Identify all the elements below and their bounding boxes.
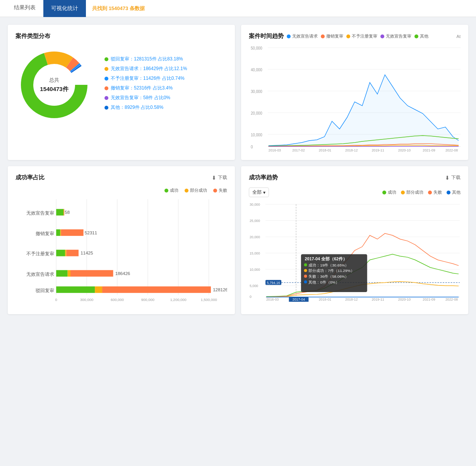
- success-dot-2: [428, 191, 432, 194]
- legend-item-2: 不予注册复审：11426件 占比0.74%: [104, 75, 227, 82]
- donut-section: 总共 1540473件 驳回复审：1281315件 占比83.18% 无效宣告请…: [15, 46, 227, 124]
- svg-text:40,000: 40,000: [251, 68, 262, 72]
- trend-dot-3: [380, 34, 384, 38]
- nav-info-prefix: 共找到: [92, 5, 107, 11]
- legend-text-2[interactable]: 不予注册复审：11426件 占比0.74%: [111, 75, 185, 82]
- svg-text:2017-04: 2017-04: [293, 297, 305, 301]
- success-trend-download-btn[interactable]: ⬇ 下载: [445, 174, 461, 181]
- svg-rect-54: [66, 250, 79, 256]
- svg-text:2018-12: 2018-12: [345, 297, 358, 301]
- svg-text:50,000: 50,000: [251, 46, 262, 50]
- trend-dropdown[interactable]: 全部 ▾: [249, 187, 269, 197]
- svg-text:2020-10: 2020-10: [398, 297, 411, 301]
- svg-text:2022-08: 2022-08: [445, 297, 458, 301]
- svg-text:0: 0: [251, 145, 253, 149]
- bar-legend-label-2: 失败: [219, 187, 227, 193]
- svg-text:5,000: 5,000: [250, 284, 258, 288]
- svg-rect-48: [56, 229, 60, 236]
- legend-text-0[interactable]: 驳回复审：1281315件 占比83.18%: [111, 56, 183, 62]
- top-navigation: 结果列表 可视化统计 共找到 1540473 条数据: [0, 0, 476, 17]
- svg-point-92: [304, 269, 307, 272]
- svg-text:0: 0: [55, 297, 57, 302]
- bar-card: 成功率占比 ⬇ 下载 成功 部分成功 失败: [8, 166, 235, 314]
- tab-results[interactable]: 结果列表: [6, 0, 43, 17]
- success-legend-label-3: 其他: [452, 189, 461, 195]
- success-trend-svg: 30,000 25,000 20,000 15,000 10,000 5,000…: [249, 201, 461, 302]
- success-legend-label-1: 部分成功: [406, 189, 423, 195]
- legend-dot-0: [104, 57, 108, 61]
- bar-chart: 无效宣告复审 撤销复审 不予注册复审 无效宣告请求 驳回复审 0 300,000…: [15, 198, 227, 306]
- legend-text-4[interactable]: 无效宣告复审：58件 占比0%: [111, 95, 170, 101]
- svg-text:52311: 52311: [85, 230, 97, 235]
- trend-dot-2: [346, 34, 350, 38]
- svg-text:2020-10: 2020-10: [398, 148, 411, 152]
- trend-title: 案件时间趋势: [249, 33, 284, 40]
- trend-legend-label-2: 不予注册复审: [352, 33, 377, 39]
- svg-text:驳回复审: 驳回复审: [36, 288, 54, 293]
- svg-text:300,000: 300,000: [80, 297, 93, 302]
- svg-text:成功：19件（30.65%）: 成功：19件（30.65%）: [308, 263, 349, 267]
- success-legend-0: 成功: [382, 189, 396, 195]
- donut-center: 总共 1540473件: [40, 76, 68, 94]
- success-legend-1: 部分成功: [401, 189, 423, 195]
- bar-legend: 成功 部分成功 失败: [15, 187, 227, 193]
- svg-text:2018-01: 2018-01: [319, 297, 331, 301]
- svg-point-94: [304, 275, 307, 278]
- bar-download-label: 下载: [218, 174, 227, 181]
- legend-item-3: 撤销复审：52316件 占比3.4%: [104, 85, 227, 91]
- success-trend-title: 成功率趋势: [249, 174, 278, 181]
- svg-text:20,000: 20,000: [251, 111, 262, 115]
- svg-text:10,000: 10,000: [250, 268, 260, 272]
- svg-text:11425: 11425: [80, 251, 93, 255]
- svg-rect-52: [56, 250, 65, 256]
- legend-item-0: 驳回复审：1281315件 占比83.18%: [104, 56, 227, 62]
- tab-visualization[interactable]: 可视化统计: [43, 0, 86, 17]
- trend-legend-label-0: 无效宣告请求: [292, 33, 318, 39]
- svg-text:失败：36件（58.06%）: 失败：36件（58.06%）: [308, 274, 349, 279]
- legend-dot-4: [104, 96, 108, 100]
- svg-rect-53: [65, 250, 66, 256]
- trend-controls: 全部 ▾ 成功 部分成功 失败 其他: [249, 187, 461, 197]
- trend-card: 案件时间趋势 无效宣告请求 撤销复审 不予注册复审 无效宣告复审 其他 At: [241, 25, 468, 160]
- svg-rect-60: [56, 286, 95, 293]
- svg-rect-58: [70, 270, 113, 277]
- bar-legend-0: 成功: [164, 187, 178, 193]
- legend-text-3[interactable]: 撤销复审：52316件 占比3.4%: [111, 85, 173, 91]
- svg-text:无效宣告复审: 无效宣告复审: [26, 210, 54, 215]
- svg-text:2018-01: 2018-01: [319, 148, 331, 152]
- dropdown-value: 全部: [252, 189, 262, 196]
- bar-legend-label-1: 部分成功: [190, 187, 207, 193]
- trend-legend-label-1: 撤销复审: [326, 33, 343, 39]
- success-trend-chart-area: 30,000 25,000 20,000 15,000 10,000 5,000…: [249, 201, 461, 302]
- bar-legend-1: 部分成功: [185, 187, 207, 193]
- svg-rect-49: [60, 229, 61, 236]
- trend-line-chart: 50,000 40,000 30,000 20,000 10,000 0 201…: [249, 44, 461, 152]
- svg-text:2021-09: 2021-09: [423, 297, 435, 301]
- nav-count: 1540473: [109, 5, 128, 11]
- trend-legend-4: 其他: [414, 33, 428, 39]
- success-trend-legend: 成功 部分成功 失败 其他: [382, 189, 461, 195]
- svg-text:20,000: 20,000: [250, 235, 260, 239]
- svg-rect-50: [61, 229, 84, 236]
- trend-legend-1: 撤销复审: [321, 33, 343, 39]
- donut-wrapper: 总共 1540473件: [15, 46, 93, 124]
- bar-download-btn[interactable]: ⬇ 下载: [212, 174, 227, 181]
- success-trend-header: 成功率趋势 ⬇ 下载: [249, 174, 461, 181]
- trend-legend-label-4: 其他: [420, 33, 428, 39]
- svg-text:1,500,000: 1,500,000: [201, 297, 217, 302]
- svg-text:1281267: 1281267: [213, 287, 227, 292]
- trend-legend-3: 无效宣告复审: [380, 33, 411, 39]
- nav-info: 共找到 1540473 条数据: [92, 5, 145, 12]
- svg-text:不予注册复审: 不予注册复审: [26, 251, 54, 256]
- svg-text:10,000: 10,000: [251, 133, 262, 137]
- trend-dot-1: [321, 34, 325, 38]
- success-dot-0: [382, 191, 386, 194]
- trend-svg: 50,000 40,000 30,000 20,000 10,000 0 201…: [249, 44, 461, 152]
- donut-total-value: 1540473件: [40, 84, 68, 93]
- trend-legend-0: 无效宣告请求: [287, 33, 318, 39]
- trend-legend-label-3: 无效宣告复审: [386, 33, 411, 39]
- svg-text:15,000: 15,000: [250, 251, 260, 255]
- legend-text-1[interactable]: 无效宣告请求：186429件 占比12.1%: [111, 65, 187, 72]
- legend-text-5[interactable]: 其他：8929件 占比0.58%: [111, 104, 163, 111]
- dashboard: 案件类型分布 总共: [0, 17, 476, 322]
